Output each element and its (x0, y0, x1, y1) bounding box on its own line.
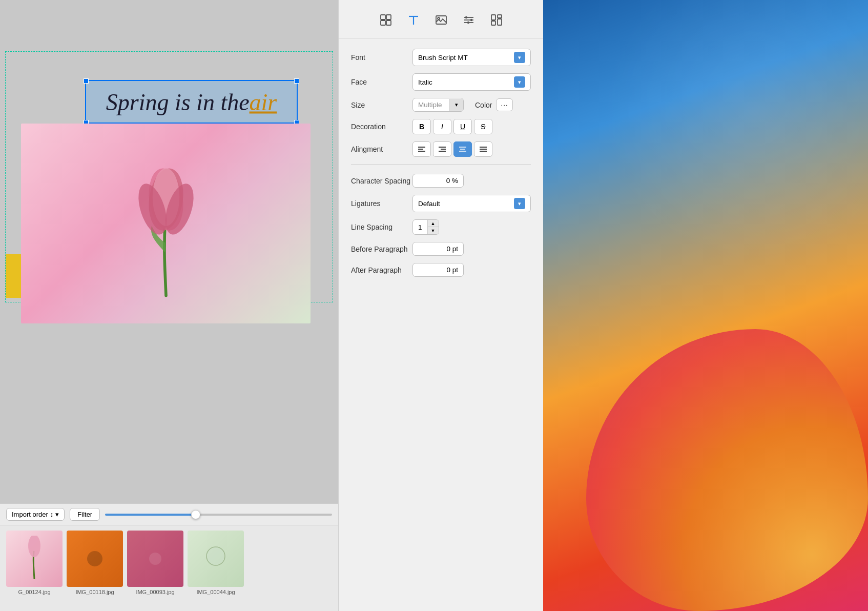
slider-thumb[interactable] (191, 510, 200, 519)
align-justify-button[interactable] (474, 141, 492, 157)
svg-point-16 (438, 17, 440, 19)
line-spacing-down[interactable]: ▼ (428, 227, 439, 234)
sort-label: Import order (12, 511, 48, 518)
after-paragraph-control: 0 pt (412, 263, 531, 277)
macos-background (543, 0, 868, 611)
ligatures-row: Ligatures Default ▾ (351, 195, 531, 212)
list-item[interactable]: IMG_00093.jpg (127, 531, 183, 595)
alignment-label: Alingment (351, 145, 412, 153)
line-spacing-stepper: ▲ ▼ (427, 220, 439, 234)
properties-panel: Font Brush Script MT ▾ Face Italic ▾ Siz… (339, 38, 543, 611)
line-spacing-input[interactable]: 1 ▲ ▼ (412, 219, 439, 235)
face-select[interactable]: Italic ▾ (412, 73, 531, 91)
thumbnail-image (127, 531, 183, 587)
character-spacing-value: 0 % (446, 177, 458, 185)
handle-top-right[interactable] (294, 78, 299, 84)
color-value: ··· (501, 101, 508, 109)
color-picker[interactable]: ··· (496, 98, 512, 111)
font-label: Font (351, 53, 412, 62)
svg-rect-11 (381, 21, 385, 25)
image-icon[interactable] (430, 9, 452, 31)
decoration-buttons: B I U S (412, 119, 492, 134)
italic-button[interactable]: I (433, 119, 451, 134)
text-black-part: Spring is in the (106, 88, 250, 115)
ligatures-select[interactable]: Default ▾ (412, 195, 531, 212)
svg-point-5 (28, 536, 40, 557)
character-spacing-control: 0 % (412, 174, 531, 188)
face-label: Face (351, 78, 412, 86)
thumbnail-label: IMG_00044.jpg (196, 589, 235, 595)
face-value: Italic (418, 78, 514, 86)
font-select[interactable]: Brush Script MT ▾ (412, 49, 531, 66)
before-paragraph-control: 0 pt (412, 242, 531, 256)
thumbnail-image (67, 531, 123, 587)
strikethrough-button[interactable]: S (474, 119, 492, 134)
background-bubble (586, 329, 868, 611)
font-dropdown-arrow: ▾ (514, 52, 525, 63)
text-icon[interactable] (403, 9, 424, 31)
arrange-icon[interactable] (458, 9, 480, 31)
decoration-label: Decoration (351, 123, 412, 131)
thumbnails-bar: Import order ↕ ▾ Filter (0, 503, 338, 611)
italic-label: I (441, 123, 443, 131)
before-paragraph-label: Before Paragraph (351, 245, 412, 253)
after-paragraph-input[interactable]: 0 pt (412, 263, 464, 277)
thumbnail-label: IMG_00093.jpg (136, 589, 174, 595)
thumbnail-size-slider[interactable] (105, 514, 332, 516)
filter-button[interactable]: Filter (70, 508, 100, 521)
line-spacing-label: Line Spacing (351, 223, 412, 231)
ligatures-label: Ligatures (351, 199, 412, 208)
sort-button[interactable]: Import order ↕ ▾ (6, 508, 65, 521)
align-left-button[interactable] (412, 141, 431, 157)
thumbnails-controls: Import order ↕ ▾ Filter (0, 504, 338, 525)
after-paragraph-row: After Paragraph 0 pt (351, 263, 531, 277)
size-input[interactable]: Multiple ▾ (412, 98, 464, 112)
list-item[interactable]: IMG_00118.jpg (67, 531, 123, 595)
face-control: Italic ▾ (412, 73, 531, 91)
text-gold-part: air (250, 88, 277, 115)
text-element[interactable]: Spring is in the air (85, 80, 298, 124)
layout-icon[interactable] (375, 9, 397, 31)
ligatures-value: Default (418, 200, 514, 208)
font-row: Font Brush Script MT ▾ (351, 49, 531, 66)
list-item[interactable]: G_00124.jpg (6, 531, 63, 595)
bold-button[interactable]: B (412, 119, 431, 134)
svg-rect-24 (498, 15, 502, 18)
thumbnail-image (188, 531, 244, 587)
size-color-control: Multiple ▾ Color ··· (412, 98, 531, 112)
size-arrow: ▾ (449, 99, 463, 111)
size-value: Multiple (413, 98, 449, 111)
svg-rect-12 (386, 21, 391, 25)
align-center-button[interactable] (453, 141, 472, 157)
divider (351, 164, 531, 165)
handle-top-left[interactable] (84, 78, 89, 84)
line-spacing-row: Line Spacing 1 ▲ ▼ (351, 219, 531, 235)
underline-label: U (460, 123, 465, 131)
ligatures-control: Default ▾ (412, 195, 531, 212)
text-content: Spring is in the air (106, 88, 277, 115)
before-paragraph-input[interactable]: 0 pt (412, 242, 464, 256)
list-item[interactable]: IMG_00044.jpg (188, 531, 244, 595)
svg-point-8 (206, 547, 225, 565)
font-control: Brush Script MT ▾ (412, 49, 531, 66)
thumbnail-label: G_00124.jpg (18, 589, 51, 595)
thumbnail-label: IMG_00118.jpg (75, 589, 114, 595)
yellow-strip (6, 254, 21, 298)
ligatures-dropdown-arrow: ▾ (514, 198, 525, 209)
svg-rect-26 (498, 19, 502, 25)
line-spacing-up[interactable]: ▲ (428, 220, 439, 227)
character-spacing-input[interactable]: 0 % (412, 174, 464, 188)
underline-button[interactable]: U (453, 119, 472, 134)
after-paragraph-value: 0 pt (446, 266, 458, 274)
right-panel: Font Brush Script MT ▾ Face Italic ▾ Siz… (338, 0, 543, 611)
after-paragraph-label: After Paragraph (351, 266, 412, 274)
strikethrough-label: S (481, 123, 485, 131)
svg-rect-23 (491, 15, 495, 20)
bold-label: B (419, 123, 424, 131)
align-right-button[interactable] (433, 141, 451, 157)
grid-icon[interactable] (486, 9, 507, 31)
design-canvas: Spring is in the air (5, 51, 333, 302)
canvas-workspace: Spring is in the air (0, 0, 338, 503)
svg-point-6 (87, 551, 102, 566)
color-label: Color (475, 101, 492, 109)
